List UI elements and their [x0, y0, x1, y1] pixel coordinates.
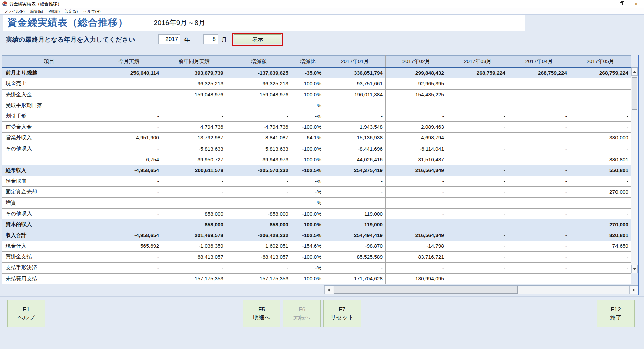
value-cell[interactable]: -100.0%	[291, 208, 324, 219]
value-cell[interactable]: -	[508, 208, 570, 219]
row-label-cell[interactable]: 現金売上	[2, 78, 96, 89]
value-cell[interactable]: -	[226, 100, 291, 111]
value-cell[interactable]: -	[570, 252, 631, 263]
scroll-up-button[interactable]	[631, 68, 638, 76]
value-cell[interactable]: 159,048,976	[162, 89, 226, 100]
value-cell[interactable]: 256,040,114	[96, 68, 162, 78]
value-cell[interactable]: -	[447, 165, 508, 176]
value-cell[interactable]: -	[447, 252, 508, 263]
value-cell[interactable]: -	[508, 154, 570, 165]
value-cell[interactable]: -	[447, 230, 508, 241]
value-cell[interactable]: -4,958,654	[96, 230, 162, 241]
value-cell[interactable]: -98,870	[324, 241, 386, 251]
value-cell[interactable]: 268,759,224	[508, 68, 570, 78]
fkey-f7-button[interactable]: F7リセット	[323, 300, 361, 327]
value-cell[interactable]: -	[447, 111, 508, 122]
value-cell[interactable]: -	[96, 273, 162, 284]
table-row[interactable]: 買掛金支払-68,413,057-68,413,057-100.0%85,525…	[2, 252, 631, 263]
value-cell[interactable]: -	[96, 122, 162, 132]
table-row[interactable]: 預金取崩----%-----	[2, 176, 631, 186]
table-row[interactable]: 売掛金入金-159,048,976-159,048,976-100.0%196,…	[2, 89, 631, 100]
value-cell[interactable]: -	[96, 89, 162, 100]
value-cell[interactable]: -	[226, 197, 291, 208]
value-cell[interactable]: 8,841,087	[226, 132, 291, 143]
fkey-f12-button[interactable]: F12終了	[597, 300, 635, 327]
value-cell[interactable]: -	[508, 197, 570, 208]
value-cell[interactable]: -	[324, 111, 386, 122]
value-cell[interactable]: -858,000	[226, 219, 291, 230]
value-cell[interactable]: -%	[291, 176, 324, 186]
value-cell[interactable]: -	[447, 100, 508, 111]
value-cell[interactable]: 119,000	[324, 219, 386, 230]
value-cell[interactable]: -100.0%	[291, 89, 324, 100]
value-cell[interactable]: -	[447, 132, 508, 143]
value-cell[interactable]: -	[508, 187, 570, 197]
value-cell[interactable]: 858,000	[162, 219, 226, 230]
value-cell[interactable]: -100.0%	[291, 78, 324, 89]
value-cell[interactable]: 4,698,794	[386, 132, 447, 143]
value-cell[interactable]: 1,602,051	[226, 241, 291, 251]
value-cell[interactable]: -137,639,625	[226, 68, 291, 78]
value-cell[interactable]: -	[96, 263, 162, 273]
value-cell[interactable]: -	[447, 89, 508, 100]
fkey-f1-button[interactable]: F1ヘルプ	[7, 300, 45, 327]
value-cell[interactable]: 96,325,213	[162, 78, 226, 89]
restore-button[interactable]	[613, 0, 629, 8]
value-cell[interactable]: -%	[291, 187, 324, 197]
value-cell[interactable]: 565,692	[96, 241, 162, 251]
value-cell[interactable]: -	[570, 100, 631, 111]
table-row[interactable]: 収入合計-4,958,654201,469,578-206,428,232-10…	[2, 230, 631, 241]
value-cell[interactable]: -	[508, 111, 570, 122]
value-cell[interactable]: 254,494,419	[324, 230, 386, 241]
value-cell[interactable]: 68,413,057	[162, 252, 226, 263]
menu-item[interactable]: 編集(E)	[28, 9, 46, 14]
table-row[interactable]: 経常収入-4,958,654200,611,578-205,570,232-10…	[2, 165, 631, 176]
value-cell[interactable]: 85,525,589	[324, 252, 386, 263]
value-cell[interactable]: -44,026,416	[324, 154, 386, 165]
row-label-cell[interactable]: 支払手形決済	[2, 263, 96, 273]
value-cell[interactable]: -	[447, 273, 508, 284]
close-button[interactable]: ×	[629, 0, 644, 8]
value-cell[interactable]: 336,851,794	[324, 68, 386, 78]
value-cell[interactable]: -	[508, 241, 570, 251]
row-label-cell[interactable]: 買掛金支払	[2, 252, 96, 263]
value-cell[interactable]: 4,794,736	[162, 122, 226, 132]
value-cell[interactable]: -	[570, 143, 631, 154]
table-row[interactable]: 現金仕入565,692-1,036,3591,602,051-154.6%-98…	[2, 241, 631, 251]
value-cell[interactable]: -	[447, 219, 508, 230]
display-button[interactable]: 表示	[232, 33, 283, 46]
value-cell[interactable]: -	[447, 208, 508, 219]
value-cell[interactable]: -	[96, 100, 162, 111]
row-label-cell[interactable]: 固定資産売却	[2, 187, 96, 197]
value-cell[interactable]: 216,564,349	[386, 165, 447, 176]
value-cell[interactable]: -	[96, 197, 162, 208]
table-row[interactable]: 資本的収入-858,000-858,000-100.0%119,000---27…	[2, 219, 631, 230]
value-cell[interactable]: -	[386, 187, 447, 197]
value-cell[interactable]: -%	[291, 111, 324, 122]
value-cell[interactable]: -	[447, 263, 508, 273]
value-cell[interactable]: -154.6%	[291, 241, 324, 251]
value-cell[interactable]: -	[324, 100, 386, 111]
table-row[interactable]: 前月より繰越256,040,114393,679,739-137,639,625…	[2, 68, 631, 78]
value-cell[interactable]: 858,000	[162, 208, 226, 219]
table-row[interactable]: 割引手形----%-----	[2, 111, 631, 122]
value-cell[interactable]: -100.0%	[291, 154, 324, 165]
value-cell[interactable]: -100.0%	[291, 273, 324, 284]
vertical-scroll-track[interactable]	[631, 76, 638, 265]
value-cell[interactable]: -	[447, 78, 508, 89]
row-label-cell[interactable]: 割引手形	[2, 111, 96, 122]
value-cell[interactable]: -	[324, 187, 386, 197]
value-cell[interactable]: -	[570, 122, 631, 132]
value-cell[interactable]: 268,759,224	[447, 68, 508, 78]
value-cell[interactable]: -	[508, 263, 570, 273]
value-cell[interactable]: -96,325,213	[226, 78, 291, 89]
table-row[interactable]: 増資----%-----	[2, 197, 631, 208]
menu-item[interactable]: ファイル(F)	[1, 9, 28, 14]
value-cell[interactable]: -	[96, 78, 162, 89]
value-cell[interactable]: -6,114,041	[386, 143, 447, 154]
value-cell[interactable]: 393,679,739	[162, 68, 226, 78]
row-label-cell[interactable]	[2, 154, 96, 165]
row-label-cell[interactable]: 収入合計	[2, 230, 96, 241]
value-cell[interactable]: -31,510,487	[386, 154, 447, 165]
value-cell[interactable]: -	[508, 165, 570, 176]
